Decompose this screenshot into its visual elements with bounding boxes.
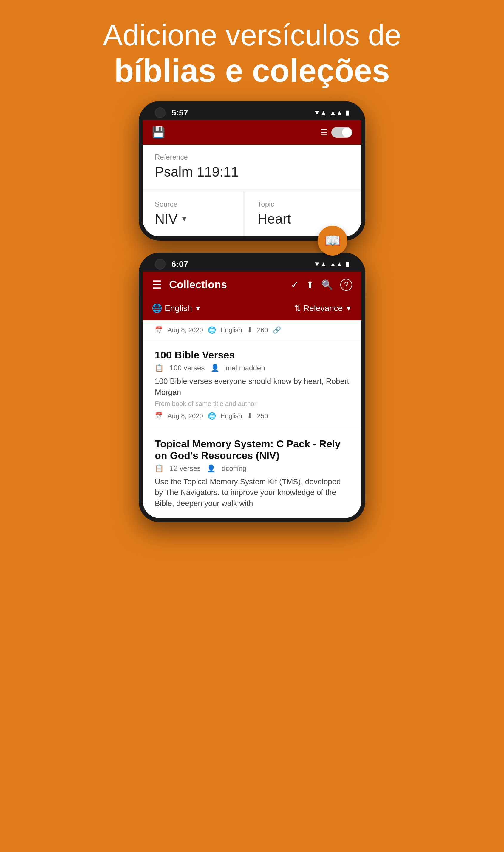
- phone2: 6:07 ▼▲ ▲▲ ▮ ☰ Collections ✓ ⬆ 🔍 ? 🌐 Eng…: [139, 253, 365, 522]
- topical-verses: 12 verses: [170, 464, 201, 473]
- check-icon[interactable]: ✓: [291, 279, 299, 290]
- save-icon[interactable]: 💾: [152, 126, 165, 139]
- phone2-camera: [155, 259, 165, 270]
- partial-lang: English: [221, 326, 242, 334]
- upload-icon[interactable]: ⬆: [306, 279, 314, 290]
- fab-button[interactable]: 📖: [318, 226, 347, 256]
- relevance-dropdown-arrow: ▼: [345, 304, 352, 312]
- relevance-filter[interactable]: ⇅ Relevance ▼: [294, 303, 352, 313]
- bible-verses-downloads: 250: [257, 412, 268, 420]
- phone1-appbar: 💾 ☰: [143, 120, 361, 145]
- topical-desc: Use the Topical Memory System Kit (TMS),…: [155, 476, 349, 509]
- partial-meta: 📅 Aug 8, 2020 🌐 English ⬇ 260 🔗: [155, 326, 349, 334]
- wifi-icon: ▼▲: [314, 109, 327, 116]
- list-icon[interactable]: ☰: [320, 128, 328, 138]
- battery-icon: ▮: [346, 109, 349, 116]
- author-icon: 👤: [211, 364, 219, 372]
- source-value: NIV: [155, 211, 178, 227]
- bible-verses-date-row: 📅 Aug 8, 2020 🌐 English ⬇ 250: [155, 412, 349, 420]
- topic-section[interactable]: Topic Heart: [246, 192, 361, 236]
- header-section: Adicione versículos de bíblias e coleçõe…: [0, 0, 504, 101]
- partial-downloads: 260: [257, 326, 268, 334]
- wifi-icon2: ▼▲: [314, 260, 327, 268]
- header-line1: Adicione versículos de: [24, 18, 480, 52]
- source-dropdown-arrow[interactable]: ▼: [181, 215, 188, 223]
- phone2-status-bar: 6:07 ▼▲ ▲▲ ▮: [143, 257, 361, 272]
- phone1-status-icons: ▼▲ ▲▲ ▮: [314, 109, 349, 116]
- toggle-switch[interactable]: [331, 127, 352, 138]
- bible-verses-count: 100 verses: [170, 364, 204, 372]
- calendar-icon-partial: 📅: [155, 326, 163, 334]
- help-icon[interactable]: ?: [340, 279, 352, 291]
- reference-section: Reference Psalm 119:11: [143, 145, 361, 189]
- toggle-knob: [342, 128, 352, 137]
- phones-container: 5:57 ▼▲ ▲▲ ▮ 💾 ☰: [0, 101, 504, 522]
- menu-icon[interactable]: ☰: [152, 278, 162, 291]
- language-dropdown-arrow: ▼: [195, 304, 202, 312]
- download-icon1: ⬇: [247, 412, 252, 420]
- sort-icon: ⇅: [294, 303, 301, 313]
- signal-icon: ▲▲: [329, 109, 343, 116]
- language-filter[interactable]: 🌐 English ▼: [152, 303, 202, 313]
- partial-date: Aug 8, 2020: [167, 326, 203, 334]
- globe-icon1: 🌐: [208, 412, 216, 420]
- collections-content: 📅 Aug 8, 2020 🌐 English ⬇ 260 🔗 100 Bibl…: [143, 320, 361, 518]
- battery-icon2: ▮: [346, 260, 349, 268]
- topical-meta: 📋 12 verses 👤 dcoffing: [155, 464, 349, 473]
- source-value-row: NIV ▼: [155, 211, 231, 227]
- language-label: English: [165, 304, 192, 313]
- phone1: 5:57 ▼▲ ▲▲ ▮ 💾 ☰: [139, 101, 365, 241]
- globe-icon: 🌐: [152, 303, 162, 313]
- bible-verses-desc-partial: From book of same title and author: [155, 399, 349, 409]
- collections-toolbar: ☰ Collections ✓ ⬆ 🔍 ?: [143, 272, 361, 298]
- phone2-notch: 6:07: [155, 259, 188, 270]
- phone2-status-icons: ▼▲ ▲▲ ▮: [314, 260, 349, 268]
- source-section[interactable]: Source NIV ▼: [143, 192, 243, 236]
- phone2-time: 6:07: [172, 259, 188, 269]
- pages-icon: 📋: [155, 364, 164, 372]
- collections-title: Collections: [169, 278, 284, 291]
- topic-label: Topic: [257, 200, 349, 209]
- toggle-area: ☰: [320, 127, 352, 138]
- phone1-camera: [155, 107, 165, 118]
- topical-title: Topical Memory System: C Pack - Rely on …: [155, 438, 349, 461]
- list-item-topical[interactable]: Topical Memory System: C Pack - Rely on …: [143, 429, 361, 518]
- bible-verses-desc: 100 Bible verses everyone should know by…: [155, 376, 349, 398]
- signal-icon2: ▲▲: [329, 260, 343, 268]
- source-label: Source: [155, 200, 231, 209]
- bible-verses-meta: 📋 100 verses 👤 mel madden: [155, 364, 349, 372]
- reference-label: Reference: [155, 153, 349, 161]
- relevance-label: Relevance: [303, 304, 343, 313]
- phone1-content: Reference Psalm 119:11 Source NIV ▼ Topi…: [143, 145, 361, 236]
- list-item-bible-verses[interactable]: 100 Bible Verses 📋 100 verses 👤 mel madd…: [143, 340, 361, 429]
- phone1-wrapper: 5:57 ▼▲ ▲▲ ▮ 💾 ☰: [139, 101, 365, 241]
- list-item-partial-top: 📅 Aug 8, 2020 🌐 English ⬇ 260 🔗: [143, 320, 361, 340]
- topic-value: Heart: [257, 211, 349, 227]
- search-icon[interactable]: 🔍: [321, 279, 333, 290]
- reference-value: Psalm 119:11: [155, 164, 349, 180]
- bible-verses-title: 100 Bible Verses: [155, 349, 349, 361]
- phone1-notch: 5:57: [155, 107, 188, 118]
- author-icon2: 👤: [207, 464, 216, 473]
- globe-icon-partial: 🌐: [208, 326, 216, 334]
- header-line2: bíblias e coleções: [24, 52, 480, 89]
- phone1-status-bar: 5:57 ▼▲ ▲▲ ▮: [143, 105, 361, 120]
- fab-book-icon: 📖: [324, 233, 341, 249]
- phone1-time: 5:57: [172, 108, 188, 117]
- bible-verses-date: Aug 8, 2020: [167, 412, 203, 420]
- calendar-icon1: 📅: [155, 412, 163, 420]
- download-icon-partial: ⬇: [247, 326, 252, 334]
- link-icon-partial: 🔗: [273, 326, 281, 334]
- pages-icon2: 📋: [155, 464, 164, 473]
- filter-bar: 🌐 English ▼ ⇅ Relevance ▼: [143, 298, 361, 320]
- bible-verses-author: mel madden: [226, 364, 265, 372]
- bible-verses-lang: English: [221, 412, 242, 420]
- topical-author: dcoffing: [221, 464, 247, 473]
